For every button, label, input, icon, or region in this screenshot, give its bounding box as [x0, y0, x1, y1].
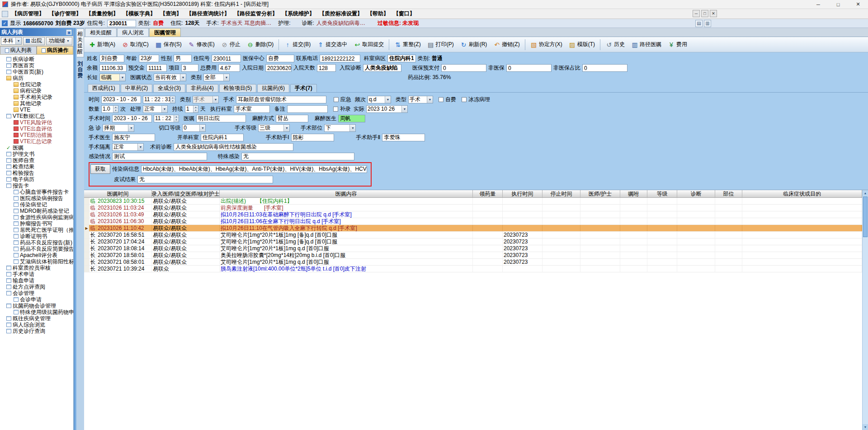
column-header[interactable]: 医师/护士 — [580, 190, 620, 197]
mdi-close-button[interactable]: ✕ — [710, 10, 717, 17]
form-input[interactable]: 230011 — [212, 55, 241, 62]
tree-item[interactable]: 医师自查 — [1, 157, 73, 164]
form-input[interactable]: 0 — [506, 64, 552, 72]
toolbar-button[interactable]: ⊘ 停止 — [218, 39, 243, 51]
order-row[interactable]: 长 20230721 08:58:01 易联众/易联众 艾司唑仑片[1mg*20… — [84, 259, 862, 266]
order-type-tab[interactable]: 西成药(1) — [88, 84, 120, 92]
main-tab[interactable]: 相关提醒 — [85, 28, 117, 37]
tree-item[interactable]: 检查结果 — [1, 164, 73, 170]
surgery-part-combo[interactable]: 下 ▼ — [324, 124, 356, 132]
tree-item[interactable]: 疾病诊断 — [1, 56, 73, 62]
surgeon-input[interactable]: 施友宁 — [112, 134, 155, 141]
menu-item[interactable]: 【质量控制】 — [84, 9, 121, 19]
main-tab[interactable]: 病人浏览 — [117, 28, 149, 37]
tree-item[interactable]: 处方点评查阅 — [1, 284, 73, 290]
tree-item[interactable]: 中医首页(新) — [1, 69, 73, 75]
vertical-scrollbar[interactable]: ▲ ▼ — [862, 190, 868, 430]
form-input[interactable]: 0 — [582, 64, 627, 72]
order-dept-input[interactable]: 住院内科1 — [201, 134, 244, 141]
toolbar-button[interactable]: ▨ 模版(T) — [566, 39, 598, 51]
frozen-pathology-checkbox[interactable] — [462, 97, 467, 102]
order-status-combo[interactable]: 当前有效 ▼ — [154, 74, 186, 81]
main-tab[interactable]: 医嘱管理 — [149, 28, 181, 37]
order-length-combo[interactable]: 临嘱 ▼ — [99, 74, 126, 81]
sidebar-tab[interactable]: 病历操作 — [37, 46, 73, 54]
menu-item[interactable]: 【路径监管分析】 — [232, 9, 280, 19]
order-row[interactable]: ▶ 临 20231026 11:10:42 易联众/易联众 拟10月26日11:… — [84, 225, 862, 232]
tree-item[interactable]: 电子病历 — [1, 176, 73, 182]
order-row[interactable]: 长 20230721 10:39:24 易联众 胰岛素注射液[10ml:400.… — [84, 266, 862, 272]
toolbar-button[interactable]: ▧ 协定方(X) — [528, 39, 565, 51]
toolbar-button[interactable]: ▦ 保存(S) — [152, 39, 184, 51]
tree-item[interactable]: 手术申请 — [1, 271, 73, 277]
mdi-restore-button[interactable]: □ — [701, 10, 708, 17]
exec-dept-input[interactable]: 手术室 — [234, 105, 270, 113]
incision-grade-combo[interactable]: 0 ▼ — [182, 124, 206, 132]
admission-no-input[interactable]: 230011 — [107, 20, 136, 27]
order-row[interactable]: 临 20231026 11:03:24 易联众/易联众 前房深度测量 [手术室] — [84, 205, 862, 211]
menu-item[interactable]: 【帮助】 — [365, 9, 391, 19]
spinner-icon[interactable]: ▲▼ — [174, 115, 179, 122]
column-header[interactable]: 停止时间 — [542, 190, 580, 197]
order-row[interactable]: 长 20230720 18:58:01 易联众/易联众 奥美拉唑肠溶胶囊*[20… — [84, 252, 862, 259]
remark-input[interactable] — [287, 105, 328, 113]
special-infection-input[interactable]: 无 — [241, 153, 354, 160]
surgery-date-input[interactable]: 2023 - 10 - 26 — [101, 96, 141, 103]
column-header[interactable]: 等级 — [647, 190, 677, 197]
record-icon[interactable]: ▤ — [695, 20, 703, 27]
tree-item[interactable]: 历史诊疗查询 — [1, 328, 73, 334]
urgent-checkbox[interactable] — [334, 97, 339, 102]
menu-item[interactable]: 【质控标准设置】 — [317, 9, 365, 19]
isolation-combo[interactable]: 正常 ▼ — [112, 143, 144, 151]
column-header[interactable]: 嘱咐 — [620, 190, 647, 197]
column-header[interactable]: 临床症状或目的 — [742, 190, 862, 197]
toolbar-button[interactable]: ⇅ 重整(Z) — [392, 39, 423, 51]
order-type-tab[interactable]: 检验项目(5) — [219, 84, 257, 92]
admission-diagnosis-value[interactable]: 人类免疫缺陷 — [363, 64, 401, 72]
menu-item[interactable]: 【诊疗管理】 — [47, 9, 84, 19]
menu-item[interactable]: 【路径查询统计】 — [184, 9, 232, 19]
column-header[interactable]: 医嘱时间 — [84, 190, 152, 197]
op-time-input[interactable]: 11 : 22 ▲▼ — [154, 115, 179, 122]
form-input[interactable]: 11111 — [146, 64, 167, 72]
toolbar-button[interactable]: ↩ 取回提交 — [351, 39, 387, 51]
toolbar-button[interactable]: ↶ 撤销(Z) — [491, 39, 522, 51]
fetch-button[interactable]: 获取 — [90, 164, 110, 174]
column-header[interactable]: 诊断 — [677, 190, 715, 197]
close-button[interactable]: ✕ — [848, 0, 868, 9]
toolbar-button[interactable]: ↑ 提交(B) — [281, 39, 313, 51]
discharge-button[interactable]: 出院 — [23, 37, 45, 45]
form-input[interactable]: 3 — [181, 64, 198, 72]
menu-item[interactable]: 【查询】 — [158, 9, 184, 19]
scrollbar-thumb[interactable] — [863, 196, 868, 237]
column-header[interactable]: 领药量 — [473, 190, 503, 197]
form-input[interactable]: 11106.33 — [99, 64, 127, 72]
emergency-combo[interactable]: 择期 ▼ — [103, 124, 134, 132]
form-input[interactable]: 男 — [174, 55, 192, 62]
self-pay-checkbox[interactable] — [439, 97, 443, 102]
minimize-button[interactable]: ─ — [808, 0, 828, 9]
maximize-button[interactable]: □ — [828, 0, 848, 9]
scroll-up-icon[interactable]: ▲ — [863, 190, 868, 196]
quantity-stepper[interactable]: 1.0 ▲▼ — [101, 105, 118, 113]
toolbar-button[interactable]: ⊖ 删除(D) — [244, 39, 277, 51]
toolbar-button[interactable]: ✎ 修改(E) — [185, 39, 217, 51]
surgery-level-combo[interactable]: 三级 ▼ — [258, 124, 290, 132]
mdi-minimize-button[interactable]: ─ — [693, 10, 700, 17]
handle-combo[interactable]: 正常 ▼ — [143, 105, 168, 113]
order-type-tab[interactable]: 手术(7) — [290, 84, 317, 92]
order-row[interactable]: 长 20230720 18:08:14 易联众/易联众 艾司唑仑片[1mg*20… — [84, 245, 862, 252]
surgery-name-input[interactable]: 耳颞部血管瘤切除术 — [236, 96, 326, 103]
toolbar-button[interactable]: ↺ 历史 — [603, 39, 627, 51]
column-header[interactable]: 执行时间 — [503, 190, 542, 197]
toolbar-button[interactable]: ✚ 新增(A) — [86, 39, 118, 51]
pre-diagnosis-input[interactable]: 人类免疫缺陷病毒病性结核菌感染 — [174, 143, 293, 151]
tree-item[interactable]: 护理文书 — [1, 151, 73, 157]
order-type-tab[interactable]: 全成分(3) — [153, 84, 185, 92]
related-reminder-vertical-tab[interactable]: 相关提醒 — [77, 28, 84, 57]
sidebar-tab[interactable]: 病人列表 — [0, 46, 37, 54]
anesthesia-method-input[interactable]: 臂丛 — [276, 115, 308, 122]
actual-date-combo[interactable]: 2023 10 26 ▼ — [366, 105, 408, 113]
tree-item[interactable]: 科室质控员审核 — [1, 265, 73, 271]
menu-item[interactable]: 【系统维护】 — [280, 9, 317, 19]
